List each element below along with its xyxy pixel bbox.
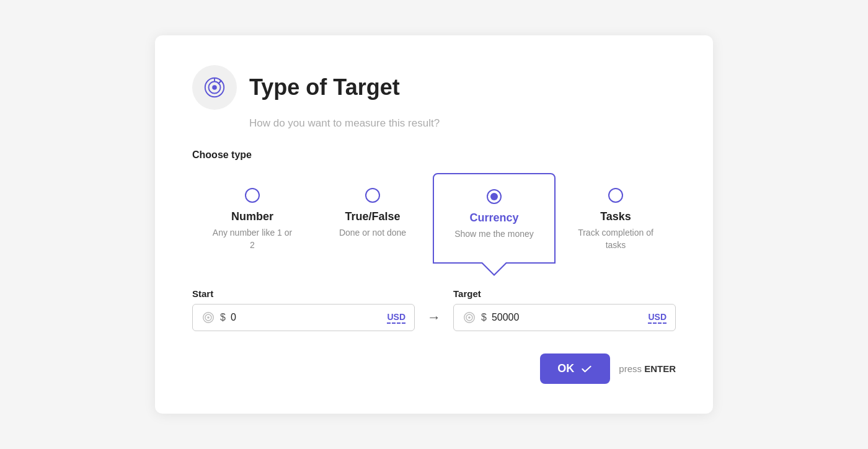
page-subtitle: How do you want to measure this result?	[249, 117, 676, 130]
option-tasks-name: Tasks	[600, 210, 631, 223]
type-options-container: Number Any number like 1 or 2 True/False…	[192, 173, 676, 264]
ok-button[interactable]: OK	[540, 353, 610, 384]
ok-row: OK press ENTER	[192, 353, 676, 384]
target-currency[interactable]: USD	[648, 312, 666, 324]
radio-true-false	[365, 188, 380, 203]
start-dollar: $	[220, 312, 226, 323]
start-currency[interactable]: USD	[387, 312, 405, 324]
target-field-group: Target $ USD	[453, 288, 676, 331]
start-input-wrap: $ USD	[192, 304, 415, 331]
enter-key-label: ENTER	[644, 363, 676, 374]
page-title: Type of Target	[249, 74, 400, 100]
option-currency-desc: Show me the money	[454, 228, 534, 241]
option-currency-name: Currency	[469, 211, 518, 225]
option-true-false[interactable]: True/False Done or not done	[312, 173, 433, 264]
svg-line-6	[219, 79, 222, 82]
start-label: Start	[192, 288, 415, 299]
option-true-false-name: True/False	[345, 210, 400, 223]
target-icon-circle	[192, 65, 237, 110]
start-input[interactable]	[231, 312, 383, 323]
radio-number	[245, 188, 260, 203]
target-icon	[203, 76, 226, 99]
option-tasks[interactable]: Tasks Track completion of tasks	[556, 173, 676, 264]
arrow-right-icon: →	[427, 309, 441, 326]
target-input-wrap: $ USD	[453, 304, 676, 331]
start-field-group: Start $ USD	[192, 288, 415, 331]
main-card: Type of Target How do you want to measur…	[155, 35, 713, 414]
checkmark-icon	[580, 363, 593, 375]
radio-currency	[487, 189, 502, 204]
option-currency[interactable]: Currency Show me the money	[433, 173, 556, 264]
option-number[interactable]: Number Any number like 1 or 2	[192, 173, 312, 264]
target-label: Target	[453, 288, 676, 299]
radio-tasks	[608, 188, 623, 203]
start-target-icon	[202, 311, 215, 324]
target-dollar: $	[481, 312, 487, 323]
choose-type-label: Choose type	[192, 149, 676, 161]
header-section: Type of Target	[192, 65, 676, 110]
target-target-icon	[463, 311, 476, 324]
option-number-desc: Any number like 1 or 2	[210, 227, 295, 251]
target-input[interactable]	[492, 312, 644, 323]
option-number-name: Number	[231, 210, 273, 223]
svg-point-9	[207, 316, 210, 319]
option-true-false-desc: Done or not done	[339, 227, 406, 239]
svg-point-12	[468, 316, 471, 319]
fields-row: Start $ USD → Target $	[192, 288, 676, 331]
press-enter-text: press ENTER	[619, 363, 676, 374]
ok-label: OK	[557, 362, 574, 375]
svg-point-2	[212, 85, 217, 90]
option-tasks-desc: Track completion of tasks	[573, 227, 658, 251]
